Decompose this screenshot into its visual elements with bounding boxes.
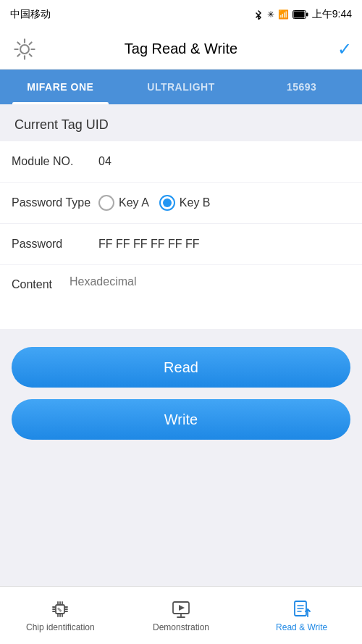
password-input[interactable] [98,230,350,258]
app-header: Tag Read & Write ✓ [0,29,362,70]
page-title: Tag Read & Write [125,41,237,57]
key-b-radio[interactable] [159,195,175,211]
wifi-icon: 📶 [278,9,289,20]
nav-readwrite-label: Read & Write [276,622,327,632]
gear-button[interactable] [10,35,39,64]
status-bar: 中国移动 ✳ 📶 上午9:44 [0,0,362,29]
svg-point-3 [20,45,29,54]
svg-line-9 [30,54,32,56]
content-row: Content [0,265,362,329]
radio-group: Key A Key B [98,195,211,211]
svg-rect-1 [293,12,304,18]
chip-icon [50,599,70,619]
nav-demonstration[interactable]: Demonstration [121,587,242,644]
password-type-label: Password Type [12,196,98,209]
content-card: Content [0,265,362,329]
svg-line-11 [17,54,20,56]
content-input[interactable] [70,275,350,319]
module-row: Module NO. [0,141,362,182]
tab-15693[interactable]: 15693 [241,70,362,104]
module-input[interactable] [98,148,350,175]
readwrite-icon [292,599,312,619]
password-type-row: Password Type Key A Key B [0,183,362,223]
key-b-option[interactable]: Key B [159,195,211,211]
nav-demo-label: Demonstration [153,622,209,632]
top-tab-bar: MIFARE ONE ULTRALIGHT 15693 [0,70,362,104]
time-label: 上午9:44 [312,8,352,21]
password-card: Password [0,224,362,264]
password-label: Password [12,238,98,251]
signal-icon: ✳ [267,9,274,20]
tab-mifare-one[interactable]: MIFARE ONE [0,70,121,104]
confirm-button[interactable]: ✓ [337,39,352,59]
carrier-label: 中国移动 [10,8,51,21]
section-title: Current Tag UID [0,104,362,141]
password-row: Password [0,224,362,264]
key-a-option[interactable]: Key A [98,195,149,211]
gear-icon [12,37,37,62]
svg-line-8 [17,42,20,44]
svg-rect-2 [306,13,308,17]
main-content: Current Tag UID Module NO. Password Type… [0,104,362,457]
nav-chip-identification[interactable]: Chip identification [0,587,121,644]
read-button[interactable]: Read [12,347,350,388]
bottom-nav: Chip identification Demonstration [0,586,362,644]
content-label: Content [12,275,70,291]
key-a-radio[interactable] [98,195,114,211]
password-type-card: Password Type Key A Key B [0,183,362,223]
battery-icon [292,10,308,19]
status-icons: ✳ 📶 上午9:44 [253,8,352,21]
module-row-card: Module NO. [0,141,362,182]
button-group: Read Write [0,330,362,457]
tab-ultralight[interactable]: ULTRALIGHT [121,70,242,104]
demo-icon [171,599,191,619]
svg-marker-28 [179,605,185,611]
svg-line-10 [30,42,32,44]
bluetooth-icon [253,9,264,20]
write-button[interactable]: Write [12,399,350,440]
nav-read-write[interactable]: Read & Write [241,587,362,644]
module-label: Module NO. [12,155,98,168]
nav-chip-label: Chip identification [26,622,95,632]
